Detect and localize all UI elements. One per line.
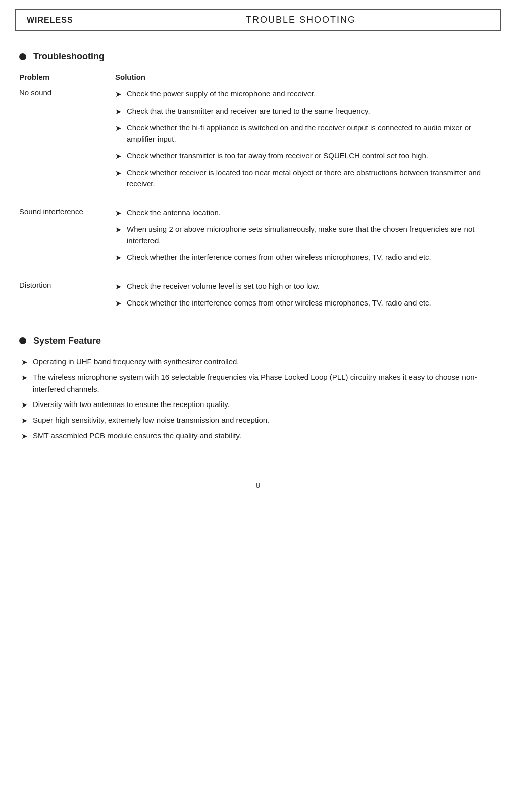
solution-cell: ➤Check the antenna location.➤When using … bbox=[115, 204, 497, 278]
arrow-icon: ➤ bbox=[115, 224, 122, 236]
system-feature-text: Operating in UHF band frequency with syn… bbox=[33, 356, 239, 368]
header-wireless-label: WIRELESS bbox=[16, 10, 101, 30]
solution-item: ➤When using 2 or above microphone sets s… bbox=[115, 224, 497, 246]
solution-cell: ➤Check the power supply of the microphon… bbox=[115, 85, 497, 204]
table-row: Sound interference➤Check the antenna loc… bbox=[19, 204, 497, 278]
troubleshooting-table: Problem Solution No sound➤Check the powe… bbox=[19, 71, 497, 324]
system-feature-item: ➤Super high sensitivity, extremely low n… bbox=[19, 414, 497, 427]
arrow-icon: ➤ bbox=[115, 123, 122, 134]
solution-item: ➤Check whether receiver is located too n… bbox=[115, 167, 497, 190]
col-solution-header: Solution bbox=[115, 71, 497, 85]
solution-text: Check the power supply of the microphone… bbox=[127, 88, 316, 100]
solution-text: Check whether receiver is located too ne… bbox=[127, 167, 497, 190]
problem-cell: Sound interference bbox=[19, 204, 115, 278]
problem-cell: No sound bbox=[19, 85, 115, 204]
solution-item: ➤Check whether the interference comes fr… bbox=[115, 297, 497, 310]
system-feature-text: SMT assembled PCB module ensures the qua… bbox=[33, 430, 241, 442]
system-feature-item: ➤Operating in UHF band frequency with sy… bbox=[19, 356, 497, 368]
solution-item: ➤Check the antenna location. bbox=[115, 207, 497, 219]
solution-text: Check that the transmitter and receiver … bbox=[127, 106, 370, 117]
solution-item: ➤Check the power supply of the microphon… bbox=[115, 88, 497, 100]
system-feature-text: The wireless microphone system with 16 s… bbox=[33, 371, 497, 395]
solution-item: ➤Check the receiver volume level is set … bbox=[115, 281, 497, 293]
solution-text: Check whether the interference comes fro… bbox=[127, 297, 431, 309]
system-feature-list: ➤Operating in UHF band frequency with sy… bbox=[19, 356, 497, 442]
arrow-icon: ➤ bbox=[21, 356, 28, 368]
solution-cell: ➤Check the receiver volume level is set … bbox=[115, 278, 497, 324]
arrow-icon: ➤ bbox=[115, 208, 122, 219]
solution-text: Check whether the interference comes fro… bbox=[127, 251, 431, 263]
troubleshooting-title: Troubleshooting bbox=[33, 51, 105, 62]
troubleshooting-section-header: Troubleshooting bbox=[19, 51, 497, 62]
system-feature-text: Super high sensitivity, extremely low no… bbox=[33, 414, 269, 426]
solution-item: ➤Check whether the hi-fi appliance is sw… bbox=[115, 122, 497, 145]
arrow-icon: ➤ bbox=[115, 252, 122, 264]
header-title: TROUBLE SHOOTING bbox=[101, 10, 500, 30]
system-feature-title: System Feature bbox=[33, 336, 101, 346]
problem-cell: Distortion bbox=[19, 278, 115, 324]
arrow-icon: ➤ bbox=[115, 150, 122, 162]
solution-text: Check the antenna location. bbox=[127, 207, 221, 219]
solution-item: ➤Check whether the interference comes fr… bbox=[115, 251, 497, 264]
arrow-icon: ➤ bbox=[115, 89, 122, 100]
arrow-icon: ➤ bbox=[115, 168, 122, 179]
arrow-icon: ➤ bbox=[21, 399, 28, 411]
solution-text: Check whether the hi-fi appliance is swi… bbox=[127, 122, 497, 145]
system-feature-item: ➤Diversity with two antennas to ensure t… bbox=[19, 398, 497, 411]
system-feature-item: ➤The wireless microphone system with 16 … bbox=[19, 371, 497, 395]
col-problem-header: Problem bbox=[19, 71, 115, 85]
solution-item: ➤Check whether transmitter is too far aw… bbox=[115, 150, 497, 162]
system-feature-header-row: System Feature bbox=[19, 336, 497, 346]
table-header-row: Problem Solution bbox=[19, 71, 497, 85]
arrow-icon: ➤ bbox=[115, 298, 122, 310]
arrow-icon: ➤ bbox=[115, 106, 122, 118]
arrow-icon: ➤ bbox=[21, 372, 28, 384]
system-feature-text: Diversity with two antennas to ensure th… bbox=[33, 398, 230, 411]
solution-text: Check whether transmitter is too far awa… bbox=[127, 150, 428, 162]
bullet-icon bbox=[19, 53, 26, 60]
solution-text: When using 2 or above microphone sets si… bbox=[127, 224, 497, 246]
page-number: 8 bbox=[0, 481, 516, 499]
system-feature-section: System Feature ➤Operating in UHF band fr… bbox=[19, 336, 497, 442]
solution-item: ➤Check that the transmitter and receiver… bbox=[115, 106, 497, 118]
arrow-icon: ➤ bbox=[21, 430, 28, 442]
page-header: WIRELESS TROUBLE SHOOTING bbox=[15, 9, 501, 31]
content-area: Troubleshooting Problem Solution No soun… bbox=[0, 31, 516, 461]
arrow-icon: ➤ bbox=[21, 415, 28, 427]
table-row: Distortion➤Check the receiver volume lev… bbox=[19, 278, 497, 324]
system-feature-bullet-icon bbox=[19, 337, 26, 344]
system-feature-item: ➤SMT assembled PCB module ensures the qu… bbox=[19, 430, 497, 442]
arrow-icon: ➤ bbox=[115, 281, 122, 293]
table-row: No sound➤Check the power supply of the m… bbox=[19, 85, 497, 204]
solution-text: Check the receiver volume level is set t… bbox=[127, 281, 320, 292]
